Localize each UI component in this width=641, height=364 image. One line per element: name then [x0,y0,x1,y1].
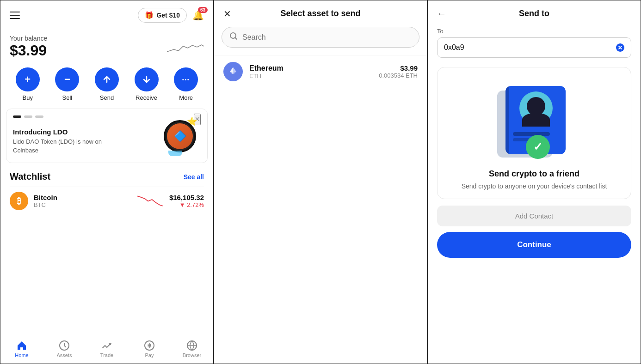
nav-home[interactable]: Home [8,340,36,358]
nav-pay[interactable]: Pay [136,340,163,358]
asset-usd: $3.99 [379,64,418,72]
add-contact-label: Add Contact [515,212,554,220]
continue-button[interactable]: Continue [437,232,631,258]
btc-chart [136,194,164,208]
trade-icon [101,340,112,351]
bottom-nav: Home Assets Trade Pay [0,336,213,364]
to-label: To [437,28,631,35]
search-bar[interactable] [222,27,419,48]
assets-icon [59,340,70,351]
right-title: Send to [519,9,549,18]
close-button[interactable]: ✕ [223,8,231,19]
nav-pay-label: Pay [145,352,154,358]
nav-browser[interactable]: Browser [178,340,206,358]
right-panel: ← Send to To [427,0,641,364]
to-section: To [428,24,641,63]
ldo-base [168,151,182,156]
promo-dot-1 [13,115,21,118]
send-friend-desc: Send crypto to anyone on your device's c… [462,182,607,191]
ethereum-icon [223,62,243,81]
buy-icon: + [16,67,40,91]
balance-section: Your balance $3.99 [0,26,213,63]
more-action[interactable]: ••• More [174,67,198,101]
middle-panel: ✕ Select asset to send Ethereum ETH $3.9… [214,0,427,364]
watchlist-item-usd: $16,105.32 [169,194,204,201]
more-label: More [179,94,193,101]
left-header: 🎁 Get $10 🔔 63 [0,0,213,26]
asset-info: Ethereum ETH [249,64,372,79]
actions-row: + Buy − Sell Send Receive ••• Mo [0,63,213,109]
get-money-label: Get $10 [156,12,180,19]
nav-trade[interactable]: Trade [93,340,121,358]
send-action[interactable]: Send [95,67,119,101]
asset-name: Ethereum [249,64,372,73]
ldo-inner: 🔷 [167,123,193,149]
sell-label: Sell [62,94,73,101]
nav-assets-label: Assets [56,352,72,358]
watchlist-item-name: Bitcoin [34,194,130,201]
balance-chart [167,38,204,56]
watchlist-section: Watchlist See all ₿ Bitcoin BTC $16,105.… [0,167,213,218]
right-header: ← Send to [428,0,641,24]
watchlist-item-price: $16,105.32 ▼ 2.72% [169,194,204,208]
left-panel: 🎁 Get $10 🔔 63 Your balance $3.99 + Buy [0,0,214,364]
buy-label: Buy [23,94,33,101]
search-icon [229,32,238,42]
avatar-shoulders [522,113,550,127]
to-input-wrap[interactable] [437,37,631,58]
asset-crypto: 0.003534 ETH [379,72,418,79]
svg-marker-5 [230,67,233,73]
nav-assets[interactable]: Assets [50,340,78,358]
watchlist-item-symbol: BTC [34,201,130,208]
card-line-1 [513,132,550,136]
pay-icon [144,340,155,351]
bitcoin-icon: ₿ [10,192,28,210]
clear-address-button[interactable] [616,43,624,52]
watchlist-item-btc[interactable]: ₿ Bitcoin BTC $16,105.32 ▼ 2.72% [10,187,204,215]
sell-icon: − [55,67,79,91]
asset-symbol: ETH [249,73,372,79]
receive-action[interactable]: Receive [135,67,159,101]
send-icon [95,67,119,91]
see-all-link[interactable]: See all [184,173,204,181]
send-friend-title: Send crypto to a friend [489,169,579,179]
home-icon [16,340,27,351]
to-address-input[interactable] [444,43,612,52]
buy-action[interactable]: + Buy [16,67,40,101]
ldo-circle: 🔷 [164,120,196,152]
notification-button[interactable]: 🔔 63 [192,10,204,21]
promo-title: Introducing LDO [13,128,105,136]
more-icon: ••• [174,67,198,91]
menu-button[interactable] [10,12,20,19]
svg-marker-4 [233,67,236,73]
back-button[interactable]: ← [437,8,446,19]
send-label: Send [100,94,114,101]
gift-icon: 🎁 [145,11,154,19]
send-friend-card: ✓ Send crypto to a friend Send crypto to… [437,67,631,199]
nav-home-label: Home [15,352,28,358]
promo-dots [13,115,43,118]
check-circle: ✓ [526,135,550,159]
nav-trade-label: Trade [100,352,113,358]
header-right: 🎁 Get $10 🔔 63 [138,8,204,23]
browser-icon [186,340,197,351]
promo-desc: Lido DAO Token (LDO) is now on Coinbase [13,138,105,154]
mid-title: Select asset to send [280,9,360,18]
get-money-button[interactable]: 🎁 Get $10 [138,8,187,23]
promo-content: Introducing LDO Lido DAO Token (LDO) is … [13,117,105,154]
receive-label: Receive [136,94,157,101]
svg-point-3 [230,33,236,38]
asset-item-eth[interactable]: Ethereum ETH $3.99 0.003534 ETH [214,55,427,88]
watchlist-title: Watchlist [10,171,50,182]
send-friend-illustration: ✓ [493,77,576,164]
search-input[interactable] [242,33,412,42]
sell-action[interactable]: − Sell [55,67,79,101]
add-contact-stub: Add Contact [437,206,631,226]
promo-dot-2 [24,115,32,118]
watchlist-header: Watchlist See all [10,171,204,182]
asset-amounts: $3.99 0.003534 ETH [379,64,418,79]
balance-label: Your balance [10,35,47,42]
notification-badge: 63 [198,7,208,13]
watchlist-item-info: Bitcoin BTC [34,194,130,208]
receive-icon [135,67,159,91]
